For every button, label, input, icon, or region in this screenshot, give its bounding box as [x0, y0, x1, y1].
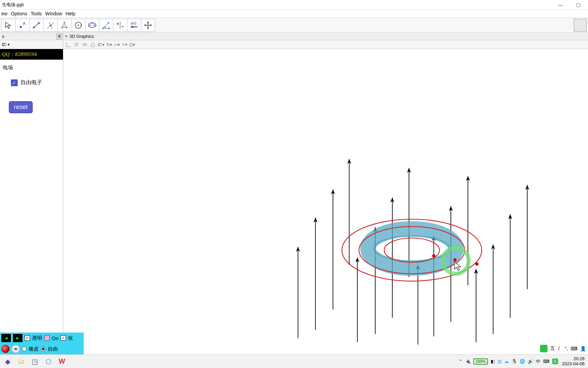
record-button[interactable] [1, 345, 10, 353]
tool-point[interactable]: A [15, 19, 30, 32]
wps-icon[interactable]: W [57, 357, 67, 366]
tool-polygon[interactable] [57, 19, 71, 32]
tool-circle[interactable] [71, 19, 85, 32]
tool-ellipse[interactable] [85, 19, 99, 32]
tool-move-view[interactable] [141, 19, 155, 32]
projection-dropdown[interactable]: ✧▾ [122, 42, 127, 47]
rotate-dropdown[interactable]: ↻▾ [107, 42, 112, 47]
scene-svg [63, 49, 588, 354]
qq-label: QQ：82899594 [2, 51, 37, 57]
keyboard-icon[interactable]: ⌨ [571, 346, 577, 351]
main-toolbar: A a=2 [0, 18, 588, 33]
svg-point-0 [20, 26, 22, 28]
clipping-dropdown[interactable]: ▭▾ [114, 42, 120, 47]
svg-point-10 [66, 27, 67, 28]
rewind-button[interactable]: ≪ [12, 345, 20, 353]
3d-panel-header: ▼ 3D Graphics [63, 33, 588, 40]
clock-time: 20:28 [562, 356, 585, 361]
free-radio[interactable] [41, 347, 46, 351]
sidebar-header: s ✕ [0, 33, 63, 40]
prev-frame-button[interactable]: ◄ [1, 334, 11, 342]
3d-canvas[interactable]: 五 ☾ °, ⌨ 👤 [63, 49, 588, 354]
menu-window[interactable]: Window [45, 11, 62, 16]
svg-point-14 [81, 25, 82, 26]
home-button[interactable] [90, 42, 96, 48]
battery-indicator[interactable]: 100% [473, 358, 488, 365]
ime-wu-label[interactable]: 五 [550, 346, 555, 352]
person-icon[interactable]: 👤 [580, 346, 586, 351]
sidebar-close-button[interactable]: ✕ [56, 33, 62, 40]
svg-point-21 [108, 22, 109, 24]
svg-point-53 [475, 262, 479, 266]
tool-line[interactable] [29, 19, 44, 32]
svg-point-3 [33, 26, 35, 28]
menu-options[interactable]: Options [11, 11, 27, 16]
menu-help[interactable]: Help [66, 11, 76, 16]
tool-move[interactable] [1, 19, 16, 32]
eraser-radio[interactable] [22, 347, 27, 351]
moon-icon[interactable]: ☾ [558, 346, 562, 351]
free-electron-checkbox[interactable]: ✓ 自由电子 [11, 79, 60, 86]
c-dropdown[interactable]: C:▾ [98, 42, 104, 47]
tray-icon-volume[interactable]: 🔊 [528, 359, 533, 364]
ime-indicator-strip: 五 ☾ °, ⌨ 👤 [539, 344, 588, 353]
transparent-checkbox[interactable]: ✓ [24, 335, 30, 341]
tool-text-slider[interactable]: a=2 [127, 19, 141, 32]
svg-point-16 [89, 25, 91, 26]
minimize-button[interactable]: — [555, 2, 566, 7]
reset-button[interactable]: reset [9, 101, 33, 113]
power-plug-icon[interactable]: 🔌 [465, 359, 471, 364]
collapse-checkbox[interactable]: ✓ [61, 335, 66, 341]
tray-icon-qq[interactable]: 🐧 [511, 359, 517, 364]
svg-text:a=2: a=2 [131, 21, 136, 25]
sidebar-panel: s ✕ C: ▾ QQ：82899594 电场 ✓ 自由电子 reset [0, 33, 63, 354]
tool-angle[interactable] [99, 19, 113, 32]
svg-point-20 [109, 28, 110, 29]
svg-point-13 [78, 25, 79, 26]
geogebra-classic-icon[interactable]: ◳ [30, 357, 39, 366]
tray-icon-keyboard[interactable]: ⌨ [543, 359, 550, 364]
screen-recorder-toolbar[interactable]: ◄ ► ✓ 透明 On ✓ 收 ≪ 橡皮 自由 [0, 333, 84, 354]
tray-icon-2[interactable]: ▥ [497, 359, 502, 364]
tray-icon-ime[interactable]: 中 [536, 358, 540, 365]
system-tray: ◧ ▥ ☁ 🐧 🌐 🔊 中 ⌨ S [491, 358, 558, 365]
geogebra-5-icon[interactable]: ⬡ [44, 357, 53, 366]
tool-reflect[interactable] [113, 19, 127, 32]
svg-point-46 [374, 236, 450, 261]
svg-point-7 [50, 25, 52, 26]
on-color-swatch[interactable] [44, 335, 50, 341]
tray-chevron-icon[interactable]: ⌃ [459, 359, 462, 364]
degree-icon[interactable]: °, [565, 346, 568, 351]
menu-tools[interactable]: Tools [31, 11, 42, 16]
tool-perpendicular[interactable] [43, 19, 58, 32]
sidebar-c-dropdown[interactable]: C: ▾ [2, 42, 9, 47]
file-explorer-icon[interactable]: 🗂 [16, 357, 26, 366]
title-bar: 生电场.ggb — ▢ [0, 0, 588, 10]
menu-view[interactable]: ew [1, 11, 7, 16]
windows-taskbar: ◆ 🗂 ◳ ⬡ W ⌃ 🔌 100% ◧ ▥ ☁ 🐧 🌐 🔊 中 ⌨ S 20:… [0, 354, 588, 368]
clock-date: 2023-04-06 [562, 362, 585, 366]
sidebar-title: s [2, 34, 4, 39]
checkbox-label: 自由电子 [20, 79, 42, 86]
svg-point-19 [102, 28, 104, 29]
3d-panel-title: 3D Graphics [69, 34, 94, 39]
maximize-button[interactable]: ▢ [572, 2, 584, 7]
svg-point-52 [453, 258, 457, 262]
start-button[interactable]: ◆ [3, 357, 12, 366]
3d-view-toolbar: C:▾ ↻▾ ▭▾ ✧▾ ◫▾ [63, 40, 588, 49]
tray-icon-net[interactable]: 🌐 [520, 359, 525, 364]
ime-s-icon[interactable] [540, 345, 548, 352]
view-box-dropdown[interactable]: ◫▾ [129, 42, 135, 47]
sidebar-c-label: C: [2, 42, 7, 47]
grid-toggle[interactable] [74, 42, 80, 48]
collapse-icon[interactable]: ▼ [65, 34, 68, 38]
tray-icon-1[interactable]: ◧ [491, 359, 495, 364]
axes-toggle[interactable] [65, 42, 71, 48]
toolbar-help-slot[interactable] [574, 19, 587, 32]
tray-icon-cloud[interactable]: ☁ [504, 359, 509, 364]
svg-point-18 [92, 22, 93, 24]
taskbar-clock[interactable]: 20:28 2023-04-06 [561, 356, 586, 366]
plane-toggle[interactable] [82, 42, 88, 48]
next-frame-button[interactable]: ► [13, 334, 22, 342]
tray-icon-s[interactable]: S [552, 358, 558, 364]
